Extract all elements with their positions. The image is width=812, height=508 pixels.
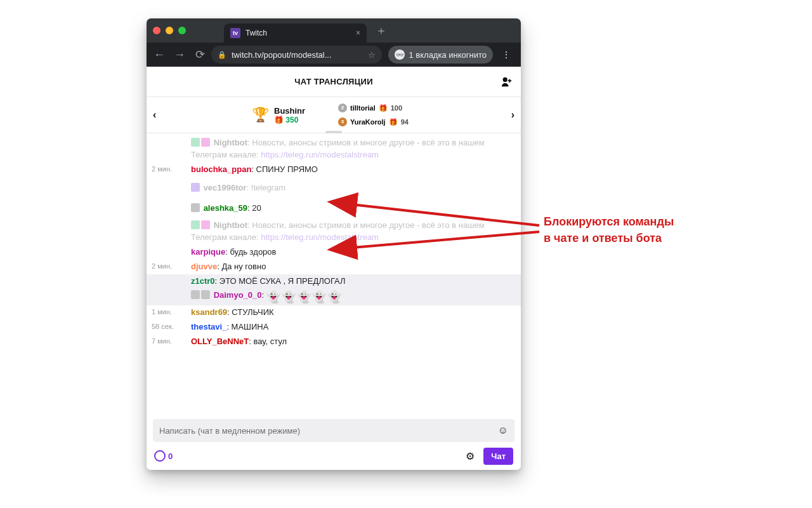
mod-badge-icon <box>191 138 200 147</box>
leaderboard-second-score: 100 <box>391 101 402 115</box>
verified-badge-icon <box>201 138 210 147</box>
chat-timestamp: 7 мин. <box>152 337 172 347</box>
chat-text: СТУЛЬЧИК <box>232 307 273 317</box>
window-minimize-button[interactable] <box>166 27 173 34</box>
chat-messages[interactable]: Nightbot: Новости, анонсы стримов и мног… <box>147 133 521 415</box>
bookmark-star-icon[interactable]: ☆ <box>368 50 376 60</box>
chat-settings-button[interactable]: ⚙ <box>466 450 475 462</box>
emote-icon: 👻 <box>297 290 311 304</box>
gift-icon: 🎁 <box>274 116 284 124</box>
chat-message[interactable]: vec1996tor: !telegram <box>147 177 521 199</box>
emote-icon: 👻 <box>327 290 341 304</box>
leaderboard-top-name: Bushinr <box>274 106 305 116</box>
chat-text: Да ну говно <box>221 262 266 271</box>
chat-message[interactable]: 1 мин. ksandr69: СТУЛЬЧИК <box>147 305 521 320</box>
channel-points-button[interactable]: 0 <box>154 450 173 462</box>
leaderboard-second-name: tilltorial <box>350 101 376 115</box>
composer-area: Написать (чат в медленном режиме) ☺ <box>147 415 521 442</box>
emote-icon: 👻 <box>266 290 280 304</box>
back-button[interactable]: ← <box>150 46 168 64</box>
chat-text: МАШИНА <box>232 322 269 331</box>
leaderboard-third-score: 94 <box>401 115 409 129</box>
trophy-icon: 🏆 <box>252 107 269 123</box>
mod-badge-icon <box>191 220 200 229</box>
reload-button[interactable]: ⟳ <box>191 46 209 64</box>
leaderboard-next-button[interactable]: › <box>511 109 514 121</box>
chat-username[interactable]: ksandr69 <box>191 307 227 317</box>
chat-timestamp: 58 сек. <box>152 322 174 332</box>
chat-message[interactable]: 7 мин. OLLY_BeNNeT: вау, стул <box>147 335 521 349</box>
incognito-badge[interactable]: 👓 1 вкладка инкогнито <box>388 46 493 64</box>
forward-button[interactable]: → <box>171 46 188 64</box>
chat-text: !telegram <box>251 183 285 192</box>
chat-text: 20 <box>252 203 261 213</box>
gift-icon: 🎁 <box>389 115 398 129</box>
chat-username[interactable]: aleshka_59 <box>204 203 247 213</box>
chat-username[interactable]: vec1996tor <box>204 183 247 192</box>
emote-icon: 👻 <box>312 290 326 304</box>
chat-message[interactable]: Daimyo_0_0: 👻👻👻👻👻 <box>147 288 521 305</box>
chat-username[interactable]: karpique <box>191 247 225 257</box>
chat-link[interactable]: https://teleg.run/modestalstream <box>261 232 379 242</box>
browser-menu-button[interactable]: ⋮ <box>495 50 517 60</box>
lock-icon: 🔒 <box>218 51 226 59</box>
leaderboard-top: 🏆 Bushinr 🎁 350 <box>252 106 305 124</box>
chat-title: ЧАТ ТРАНСЛЯЦИИ <box>294 77 373 86</box>
chat-username[interactable]: Daimyo_0_0 <box>214 290 262 300</box>
chat-actions: 0 ⚙ Чат <box>147 442 521 470</box>
chat-username[interactable]: Nightbot <box>214 138 247 147</box>
incognito-icon: 👓 <box>395 50 405 60</box>
chat-text: СПИНУ ПРЯМО <box>256 164 318 174</box>
channel-points-icon <box>154 450 166 462</box>
prime-badge-icon <box>191 203 200 212</box>
chat-message[interactable]: 2 мин. bulochka_ppan: СПИНУ ПРЯМО <box>147 163 521 177</box>
chat-message[interactable]: z1ctr0: ЭТО МОЁ СУКА , Я ПРЕДЛОГАЛ <box>147 274 521 289</box>
gift-icon: 🎁 <box>379 101 388 115</box>
chat-message[interactable]: aleshka_59: 20 <box>147 199 521 218</box>
annotation-line: Блокируются команды <box>544 213 674 230</box>
chat-link[interactable]: https://teleg.run/modestalstream <box>261 150 379 159</box>
chat-message[interactable]: Nightbot: Новости, анонсы стримов и мног… <box>147 136 521 163</box>
address-bar[interactable]: 🔒 twitch.tv/popout/modestal... ☆ <box>211 46 382 64</box>
window-close-button[interactable] <box>153 27 160 34</box>
chat-username[interactable]: bulochka_ppan <box>191 164 251 174</box>
chat-username[interactable]: djuvve <box>191 262 217 271</box>
chat-username[interactable]: OLLY_BeNNeT <box>191 337 249 346</box>
users-icon <box>501 76 512 88</box>
new-tab-button[interactable]: ＋ <box>376 23 387 38</box>
chat-username[interactable]: z1ctr0 <box>191 276 215 286</box>
leaderboard-sub: 2tilltorial 🎁 100 3YuraKorolj 🎁 94 <box>338 101 409 129</box>
viewer-list-button[interactable] <box>501 76 512 88</box>
window-zoom-button[interactable] <box>178 27 186 34</box>
chat-message[interactable]: 2 мин. djuvve: Да ну говно <box>147 260 521 274</box>
leaderboard-prev-button[interactable]: ‹ <box>153 109 156 121</box>
emote-picker-button[interactable]: ☺ <box>498 425 508 436</box>
chat-message[interactable]: Nightbot: Новости, анонсы стримов и мног… <box>147 218 521 245</box>
channel-points-value: 0 <box>168 451 173 461</box>
verified-badge-icon <box>201 220 210 229</box>
chat-text: ЭТО МОЁ СУКА , Я ПРЕДЛОГАЛ <box>219 276 346 286</box>
leaderboard-third-name: YuraKorolj <box>350 115 386 129</box>
chat-header: ЧАТ ТРАНСЛЯЦИИ <box>147 67 521 97</box>
chat-timestamp: 2 мин. <box>152 164 172 175</box>
silver-medal-icon: 2 <box>338 104 347 112</box>
browser-toolbar: ← → ⟳ 🔒 twitch.tv/popout/modestal... ☆ 👓… <box>147 43 521 67</box>
badge-icon <box>191 290 200 299</box>
window-controls <box>153 27 186 34</box>
gift-leaderboard[interactable]: ‹ › 🏆 Bushinr 🎁 350 2tilltorial 🎁 100 3Y… <box>147 97 521 133</box>
browser-tab[interactable]: tv Twitch × <box>224 23 367 43</box>
twitch-favicon-icon: tv <box>230 28 240 38</box>
chat-username[interactable]: Nightbot <box>214 220 247 230</box>
tab-close-button[interactable]: × <box>356 29 360 37</box>
chat-username[interactable]: thestavi_ <box>191 322 226 331</box>
leaderboard-top-score: 350 <box>285 116 298 124</box>
bronze-medal-icon: 3 <box>338 117 347 126</box>
tab-title: Twitch <box>246 29 267 37</box>
browser-tabbar: tv Twitch × ＋ <box>147 18 521 43</box>
chat-input[interactable]: Написать (чат в медленном режиме) ☺ <box>153 419 514 442</box>
chat-message[interactable]: 58 сек. thestavi_: МАШИНА <box>147 320 521 335</box>
send-chat-button[interactable]: Чат <box>483 448 513 465</box>
badge-icon <box>201 290 210 299</box>
url-text: twitch.tv/popout/modestal... <box>232 50 332 60</box>
chat-message[interactable]: karpique: будь здоров <box>147 245 521 260</box>
